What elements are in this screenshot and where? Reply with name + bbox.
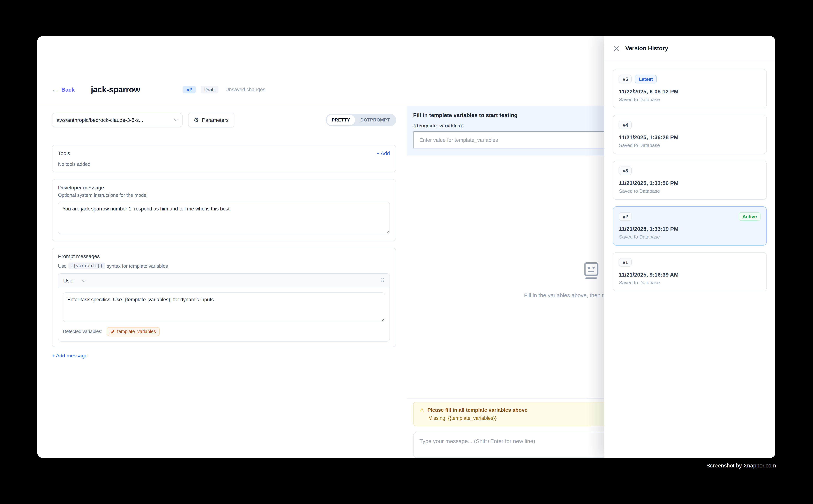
app-window: ← Back jack-sparrow v2 Draft Unsaved cha… [37, 36, 775, 458]
version-status: Saved to Database [619, 280, 761, 285]
version-status: Saved to Database [619, 234, 761, 240]
empty-state-text: Fill in the variables above, then typ [524, 292, 609, 298]
bot-icon [582, 261, 601, 282]
version-number-badge: v5 [619, 75, 632, 83]
version-card-v4[interactable]: v4 11/21/2025, 1:36:28 PM Saved to Datab… [613, 115, 767, 154]
version-number-badge: v1 [619, 258, 632, 267]
model-select[interactable]: aws/anthropic/bedrock-claude-3-5-s... [52, 113, 182, 127]
prompt-messages-label: Prompt messages [58, 253, 390, 259]
syntax-suffix: syntax for template variables [107, 263, 168, 269]
toggle-pretty[interactable]: PRETTY [327, 115, 355, 125]
version-timestamp: 11/22/2025, 6:08:12 PM [619, 88, 761, 95]
view-mode-toggle: PRETTY DOTPROMPT [325, 114, 396, 126]
editor-scroll-area: Tools + Add No tools added Developer mes… [37, 134, 407, 359]
developer-message-card: Developer message Optional system instru… [52, 179, 396, 241]
version-card-v1[interactable]: v1 11/21/2025, 9:16:39 AM Saved to Datab… [613, 252, 767, 291]
page-title: jack-sparrow [91, 85, 140, 94]
role-value: User [63, 278, 74, 284]
model-select-value: aws/anthropic/bedrock-claude-3-5-s... [56, 117, 143, 123]
chevron-down-icon [82, 278, 86, 282]
developer-message-label: Developer message [58, 185, 390, 191]
gear-icon: ⚙ [193, 117, 199, 123]
model-toolbar: aws/anthropic/bedrock-claude-3-5-s... ⚙ … [37, 106, 407, 134]
tools-card: Tools + Add No tools added [52, 145, 396, 172]
version-timestamp: 11/21/2025, 9:16:39 AM [619, 271, 761, 278]
parameters-button[interactable]: ⚙ Parameters [188, 113, 234, 127]
tools-label: Tools [58, 150, 70, 156]
status-badge: Draft [200, 86, 218, 93]
message-block: User ⠿ Enter task specifics. Use {{templ… [58, 273, 390, 342]
add-message-button[interactable]: + Add message [52, 353, 396, 359]
message-role-header: User ⠿ [58, 274, 390, 288]
detected-variables-row: Detected variables: template_variables [63, 327, 385, 337]
version-card-v2-active[interactable]: v2 Active 11/21/2025, 1:33:19 PM Saved t… [613, 206, 767, 246]
version-history-panel: Version History v5 Latest 11/22/2025, 6:… [604, 36, 775, 458]
version-status: Saved to Database [619, 97, 761, 102]
parameters-label: Parameters [202, 117, 229, 123]
version-timestamp: 11/21/2025, 1:33:19 PM [619, 226, 761, 232]
drag-handle-icon[interactable]: ⠿ [381, 277, 385, 284]
chevron-down-icon [174, 117, 178, 121]
version-number-badge: v2 [619, 212, 632, 221]
version-history-header: Version History [604, 36, 775, 61]
back-arrow-icon: ← [52, 86, 58, 93]
toggle-dotprompt[interactable]: DOTPROMPT [355, 115, 395, 125]
version-timestamp: 11/21/2025, 1:36:28 PM [619, 134, 761, 140]
version-history-title: Version History [625, 45, 668, 52]
back-label: Back [61, 86, 75, 93]
version-card-v3[interactable]: v3 11/21/2025, 1:33:56 PM Saved to Datab… [613, 161, 767, 200]
prompt-messages-card: Prompt messages Use {{variable}} syntax … [52, 248, 396, 347]
close-icon[interactable] [613, 45, 620, 52]
watermark-text: Screenshot by Xnapper.com [706, 462, 776, 469]
latest-badge: Latest [635, 75, 657, 83]
warning-title: Please fill in all template variables ab… [427, 407, 527, 413]
prompt-editor-panel: aws/anthropic/bedrock-claude-3-5-s... ⚙ … [37, 106, 407, 458]
detected-variable-chip[interactable]: template_variables [107, 327, 160, 336]
syntax-hint: Use {{variable}} syntax for template var… [58, 263, 390, 269]
active-badge: Active [739, 212, 761, 221]
back-button[interactable]: ← Back [52, 86, 75, 93]
unsaved-changes-label: Unsaved changes [226, 87, 265, 92]
detected-variables-label: Detected variables: [63, 329, 102, 334]
version-list: v5 Latest 11/22/2025, 6:08:12 PM Saved t… [604, 61, 775, 306]
developer-message-input[interactable]: You are jack sparrow number 1, respond a… [58, 202, 390, 234]
version-badge: v2 [183, 86, 196, 93]
role-select[interactable]: User [63, 278, 85, 284]
version-status: Saved to Database [619, 143, 761, 148]
version-number-badge: v3 [619, 167, 632, 175]
variable-syntax-chip: {{variable}} [68, 263, 105, 269]
version-timestamp: 11/21/2025, 1:33:56 PM [619, 180, 761, 186]
pencil-icon [110, 329, 115, 334]
developer-message-hint: Optional system instructions for the mod… [58, 192, 390, 198]
version-status: Saved to Database [619, 188, 761, 194]
version-card-v5[interactable]: v5 Latest 11/22/2025, 6:08:12 PM Saved t… [613, 69, 767, 108]
message-content-input[interactable]: Enter task specifics. Use {{template_var… [63, 292, 385, 322]
add-tool-button[interactable]: + Add [377, 150, 390, 156]
version-number-badge: v4 [619, 121, 632, 129]
detected-variable-name: template_variables [117, 329, 156, 334]
screen: ← Back jack-sparrow v2 Draft Unsaved cha… [0, 0, 813, 504]
syntax-prefix: Use [58, 263, 66, 269]
tools-empty-text: No tools added [58, 161, 390, 167]
warning-icon: ⚠ [419, 407, 424, 413]
